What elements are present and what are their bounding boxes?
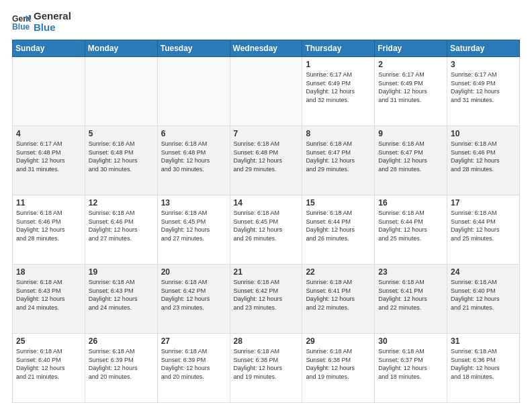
calendar-cell: 26Sunrise: 6:18 AM Sunset: 6:39 PM Dayli… [85,334,157,403]
svg-text:Blue: Blue [12,22,30,32]
day-info: Sunrise: 6:18 AM Sunset: 6:47 PM Dayligh… [378,140,443,173]
calendar-cell: 13Sunrise: 6:18 AM Sunset: 6:45 PM Dayli… [157,195,230,265]
day-number: 21 [234,267,299,277]
day-number: 26 [89,336,154,346]
day-number: 13 [161,198,226,208]
calendar-cell: 14Sunrise: 6:18 AM Sunset: 6:45 PM Dayli… [230,195,302,265]
calendar-week-row: 18Sunrise: 6:18 AM Sunset: 6:43 PM Dayli… [13,265,520,334]
day-number: 20 [161,267,226,277]
calendar-cell: 7Sunrise: 6:18 AM Sunset: 6:48 PM Daylig… [230,126,302,195]
day-number: 14 [234,198,299,208]
day-info: Sunrise: 6:18 AM Sunset: 6:44 PM Dayligh… [451,209,516,242]
calendar-cell: 22Sunrise: 6:18 AM Sunset: 6:41 PM Dayli… [302,265,375,334]
day-info: Sunrise: 6:18 AM Sunset: 6:42 PM Dayligh… [161,278,226,312]
day-info: Sunrise: 6:17 AM Sunset: 6:49 PM Dayligh… [451,71,516,104]
calendar-cell: 8Sunrise: 6:18 AM Sunset: 6:47 PM Daylig… [302,126,375,195]
day-info: Sunrise: 6:18 AM Sunset: 6:41 PM Dayligh… [306,278,371,312]
logo-blue: Blue [34,22,71,34]
calendar-cell: 4Sunrise: 6:17 AM Sunset: 6:48 PM Daylig… [13,126,85,195]
calendar-cell: 28Sunrise: 6:18 AM Sunset: 6:38 PM Dayli… [230,334,302,403]
day-number: 25 [16,336,81,346]
calendar-cell: 15Sunrise: 6:18 AM Sunset: 6:44 PM Dayli… [302,195,375,265]
day-number: 27 [161,336,226,346]
day-info: Sunrise: 6:18 AM Sunset: 6:45 PM Dayligh… [161,209,226,242]
day-number: 31 [451,336,516,346]
calendar-cell: 24Sunrise: 6:18 AM Sunset: 6:40 PM Dayli… [447,265,520,334]
weekday-header-tuesday: Tuesday [157,40,230,57]
day-number: 24 [451,267,516,277]
day-number: 4 [16,129,81,138]
calendar-cell: 6Sunrise: 6:18 AM Sunset: 6:48 PM Daylig… [157,126,230,195]
calendar-week-row: 4Sunrise: 6:17 AM Sunset: 6:48 PM Daylig… [13,126,520,195]
day-number: 5 [89,129,154,138]
day-info: Sunrise: 6:18 AM Sunset: 6:38 PM Dayligh… [234,347,299,381]
day-number: 23 [378,267,443,277]
calendar-cell: 31Sunrise: 6:18 AM Sunset: 6:36 PM Dayli… [447,334,520,403]
day-info: Sunrise: 6:18 AM Sunset: 6:44 PM Dayligh… [378,209,443,242]
calendar-cell: 25Sunrise: 6:18 AM Sunset: 6:40 PM Dayli… [13,334,85,403]
calendar-table: SundayMondayTuesdayWednesdayThursdayFrid… [12,40,520,403]
day-info: Sunrise: 6:18 AM Sunset: 6:37 PM Dayligh… [378,347,443,381]
day-info: Sunrise: 6:18 AM Sunset: 6:40 PM Dayligh… [16,347,81,381]
day-info: Sunrise: 6:18 AM Sunset: 6:46 PM Dayligh… [89,209,154,242]
day-number: 10 [451,129,516,138]
calendar-cell: 27Sunrise: 6:18 AM Sunset: 6:39 PM Dayli… [157,334,230,403]
day-info: Sunrise: 6:18 AM Sunset: 6:47 PM Dayligh… [306,140,371,173]
calendar-week-row: 25Sunrise: 6:18 AM Sunset: 6:40 PM Dayli… [13,334,520,403]
day-number: 1 [306,60,371,69]
day-info: Sunrise: 6:17 AM Sunset: 6:48 PM Dayligh… [16,140,81,173]
calendar-cell: 11Sunrise: 6:18 AM Sunset: 6:46 PM Dayli… [13,195,85,265]
day-number: 22 [306,267,371,277]
day-info: Sunrise: 6:17 AM Sunset: 6:49 PM Dayligh… [306,71,371,104]
calendar-cell: 17Sunrise: 6:18 AM Sunset: 6:44 PM Dayli… [447,195,520,265]
calendar-cell: 23Sunrise: 6:18 AM Sunset: 6:41 PM Dayli… [375,265,447,334]
day-number: 6 [161,129,226,138]
calendar-cell: 2Sunrise: 6:17 AM Sunset: 6:49 PM Daylig… [375,57,447,126]
day-info: Sunrise: 6:18 AM Sunset: 6:43 PM Dayligh… [89,278,154,312]
calendar-cell [13,57,85,126]
day-number: 30 [378,336,443,346]
calendar-cell: 5Sunrise: 6:18 AM Sunset: 6:48 PM Daylig… [85,126,157,195]
logo-icon: General Blue [12,13,31,32]
weekday-header-thursday: Thursday [302,40,375,57]
logo: General Blue General Blue [12,11,71,33]
day-number: 16 [378,198,443,208]
day-info: Sunrise: 6:18 AM Sunset: 6:38 PM Dayligh… [306,347,371,381]
day-info: Sunrise: 6:18 AM Sunset: 6:45 PM Dayligh… [234,209,299,242]
day-info: Sunrise: 6:18 AM Sunset: 6:48 PM Dayligh… [89,140,154,173]
day-info: Sunrise: 6:18 AM Sunset: 6:40 PM Dayligh… [451,278,516,312]
day-info: Sunrise: 6:18 AM Sunset: 6:46 PM Dayligh… [16,209,81,242]
day-info: Sunrise: 6:18 AM Sunset: 6:48 PM Dayligh… [161,140,226,173]
calendar-cell: 9Sunrise: 6:18 AM Sunset: 6:47 PM Daylig… [375,126,447,195]
logo-general: General [34,11,71,22]
calendar-cell: 29Sunrise: 6:18 AM Sunset: 6:38 PM Dayli… [302,334,375,403]
calendar-cell [157,57,230,126]
day-number: 11 [16,198,81,208]
calendar-cell: 10Sunrise: 6:18 AM Sunset: 6:46 PM Dayli… [447,126,520,195]
calendar-cell: 16Sunrise: 6:18 AM Sunset: 6:44 PM Dayli… [375,195,447,265]
day-number: 8 [306,129,371,138]
weekday-header-wednesday: Wednesday [230,40,302,57]
weekday-header-row: SundayMondayTuesdayWednesdayThursdayFrid… [13,40,520,57]
day-info: Sunrise: 6:18 AM Sunset: 6:44 PM Dayligh… [306,209,371,242]
day-number: 2 [378,60,443,69]
day-info: Sunrise: 6:18 AM Sunset: 6:48 PM Dayligh… [234,140,299,173]
day-number: 7 [234,129,299,138]
calendar-week-row: 11Sunrise: 6:18 AM Sunset: 6:46 PM Dayli… [13,195,520,265]
calendar-cell: 1Sunrise: 6:17 AM Sunset: 6:49 PM Daylig… [302,57,375,126]
day-info: Sunrise: 6:17 AM Sunset: 6:49 PM Dayligh… [378,71,443,104]
calendar-cell: 19Sunrise: 6:18 AM Sunset: 6:43 PM Dayli… [85,265,157,334]
day-number: 17 [451,198,516,208]
day-info: Sunrise: 6:18 AM Sunset: 6:36 PM Dayligh… [451,347,516,381]
day-number: 19 [89,267,154,277]
calendar-cell: 12Sunrise: 6:18 AM Sunset: 6:46 PM Dayli… [85,195,157,265]
day-info: Sunrise: 6:18 AM Sunset: 6:43 PM Dayligh… [16,278,81,312]
header: General Blue General Blue [12,11,520,33]
calendar-cell: 18Sunrise: 6:18 AM Sunset: 6:43 PM Dayli… [13,265,85,334]
day-info: Sunrise: 6:18 AM Sunset: 6:39 PM Dayligh… [161,347,226,381]
day-info: Sunrise: 6:18 AM Sunset: 6:42 PM Dayligh… [234,278,299,312]
page: General Blue General Blue SundayMondayTu… [0,0,532,411]
calendar-cell: 3Sunrise: 6:17 AM Sunset: 6:49 PM Daylig… [447,57,520,126]
day-number: 9 [378,129,443,138]
calendar-cell: 21Sunrise: 6:18 AM Sunset: 6:42 PM Dayli… [230,265,302,334]
